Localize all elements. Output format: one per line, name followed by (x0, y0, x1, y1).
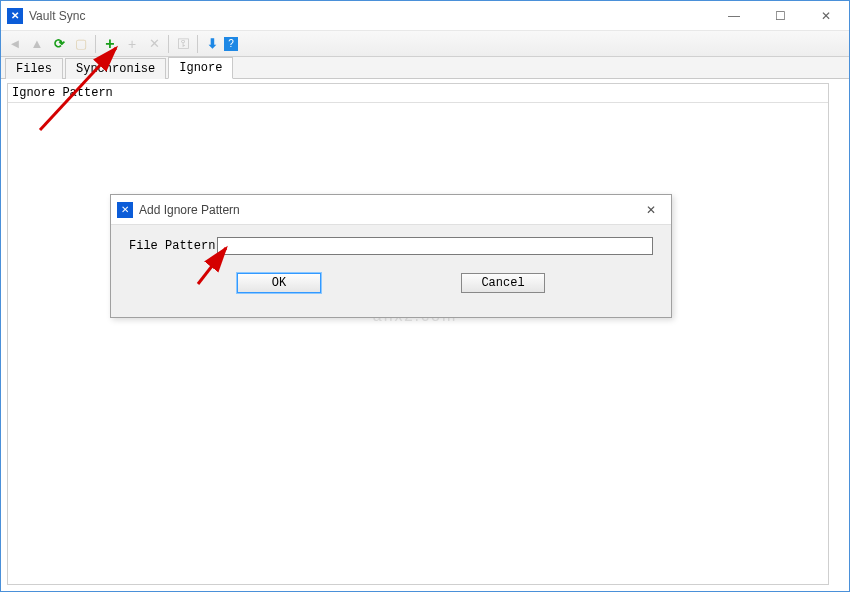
back-icon[interactable]: ◄ (5, 34, 25, 54)
dialog-close-button[interactable]: ✕ (631, 195, 671, 225)
add-icon[interactable]: + (100, 34, 120, 54)
toolbar: ◄ ▲ ⟳ ▢ + + ✕ ⚿ ⬇ ? (1, 31, 849, 57)
tab-files[interactable]: Files (5, 58, 63, 79)
file-pattern-label: File Pattern (129, 239, 215, 253)
toolbar-separator (197, 35, 198, 53)
titlebar: ✕ Vault Sync — ☐ ✕ (1, 1, 849, 31)
tab-synchronise[interactable]: Synchronise (65, 58, 166, 79)
close-button[interactable]: ✕ (803, 1, 849, 31)
maximize-button[interactable]: ☐ (757, 1, 803, 31)
cancel-button[interactable]: Cancel (461, 273, 545, 293)
dialog-titlebar: ✕ Add Ignore Pattern ✕ (111, 195, 671, 225)
delete-icon[interactable]: ✕ (144, 34, 164, 54)
up-icon[interactable]: ▲ (27, 34, 47, 54)
ignore-list-panel: Ignore Pattern (7, 83, 829, 585)
tab-ignore[interactable]: Ignore (168, 57, 233, 79)
toolbar-separator (95, 35, 96, 53)
help-icon[interactable]: ? (224, 37, 238, 51)
dialog-title: Add Ignore Pattern (139, 203, 631, 217)
app-icon: ✕ (7, 8, 23, 24)
app-icon: ✕ (117, 202, 133, 218)
column-header-ignore-pattern: Ignore Pattern (8, 84, 828, 103)
tab-bar: Files Synchronise Ignore (1, 57, 849, 79)
add-sub-icon[interactable]: + (122, 34, 142, 54)
refresh-icon[interactable]: ⟳ (49, 34, 69, 54)
content-area: Ignore Pattern (1, 79, 849, 591)
toolbar-separator (168, 35, 169, 53)
dialog-body: File Pattern OK Cancel (111, 225, 671, 301)
minimize-button[interactable]: — (711, 1, 757, 31)
folder-icon[interactable]: ▢ (71, 34, 91, 54)
ok-button[interactable]: OK (237, 273, 321, 293)
add-ignore-pattern-dialog: ✕ Add Ignore Pattern ✕ File Pattern OK C… (110, 194, 672, 318)
window-title: Vault Sync (29, 9, 711, 23)
key-icon[interactable]: ⚿ (173, 34, 193, 54)
window-controls: — ☐ ✕ (711, 1, 849, 31)
file-pattern-input[interactable] (217, 237, 653, 255)
download-icon[interactable]: ⬇ (202, 34, 222, 54)
